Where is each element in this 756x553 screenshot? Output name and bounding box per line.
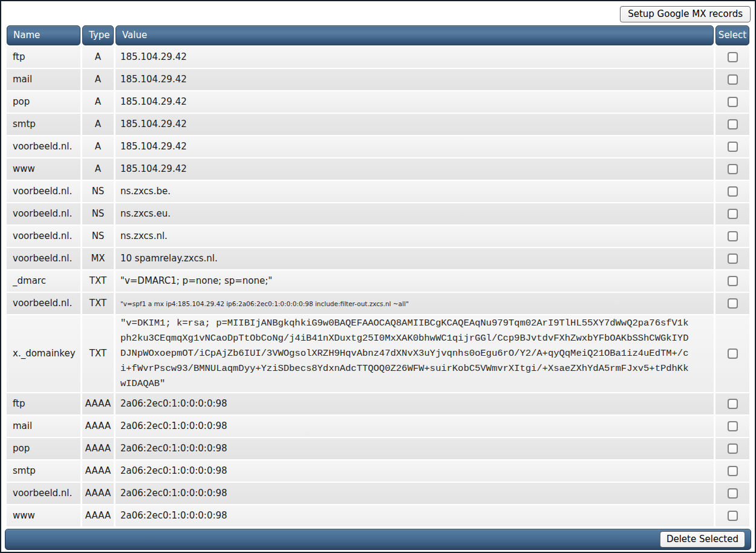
record-value-cell: 185.104.29.42	[116, 69, 714, 90]
table-row: smtpAAAA2a06:2ec0:1:0:0:0:0:98	[7, 460, 749, 482]
footer-action-bar: Delete Selected	[5, 529, 751, 550]
record-name-cell: voorbeeld.nl.	[7, 483, 80, 504]
record-select-cell	[715, 136, 749, 157]
record-value-cell: 185.104.29.42	[116, 159, 714, 180]
record-type-cell: AAAA	[82, 505, 114, 526]
record-value-cell: 2a06:2ec0:1:0:0:0:0:98	[116, 460, 714, 482]
record-value-cell: 185.104.29.42	[116, 47, 714, 68]
table-row: _dmarcTXT"v=DMARC1; p=none; sp=none;"	[7, 270, 749, 292]
record-value-cell: 2a06:2ec0:1:0:0:0:0:98	[116, 483, 714, 504]
record-name-cell: x._domainkey	[7, 315, 80, 392]
record-name-cell: voorbeeld.nl.	[7, 226, 80, 247]
record-name-cell: ftp	[7, 393, 80, 414]
table-row: wwwAAAA2a06:2ec0:1:0:0:0:0:98	[7, 505, 749, 526]
record-value-line: i+fWvrPscw93/BMNULaqmDyy+YziSDbecs8YdxnA…	[120, 361, 709, 376]
column-header-select: Select	[715, 25, 749, 45]
record-select-cell	[715, 393, 749, 414]
record-select-checkbox[interactable]	[728, 348, 738, 359]
record-type-cell: NS	[82, 203, 114, 224]
record-value-cell: ns.zxcs.be.	[116, 181, 714, 202]
record-select-checkbox[interactable]	[728, 466, 738, 476]
setup-google-mx-button[interactable]: Setup Google MX records	[620, 6, 751, 22]
record-select-cell	[715, 315, 749, 392]
table-row: voorbeeld.nl.NSns.zxcs.be.	[7, 181, 749, 202]
table-row: voorbeeld.nl.NSns.zxcs.nl.	[7, 226, 749, 247]
record-value-cell: 185.104.29.42	[116, 114, 714, 135]
record-name-cell: www	[7, 159, 80, 180]
table-row: voorbeeld.nl.TXT"v=spf1 a mx ip4:185.104…	[7, 293, 749, 314]
record-name-cell: pop	[7, 438, 80, 459]
record-select-checkbox[interactable]	[728, 421, 738, 431]
record-select-cell	[715, 483, 749, 504]
record-type-cell: AAAA	[82, 416, 114, 437]
record-select-cell	[715, 203, 749, 224]
record-select-checkbox[interactable]	[728, 209, 738, 219]
record-select-cell	[715, 181, 749, 202]
record-select-checkbox[interactable]	[728, 511, 738, 521]
record-type-cell: A	[82, 47, 114, 68]
record-type-cell: A	[82, 159, 114, 180]
column-header-value: Value	[116, 25, 714, 45]
record-value-cell: 2a06:2ec0:1:0:0:0:0:98	[116, 416, 714, 437]
table-row: popAAAA2a06:2ec0:1:0:0:0:0:98	[7, 438, 749, 459]
record-select-checkbox[interactable]	[728, 74, 738, 85]
record-select-cell	[715, 114, 749, 135]
record-name-cell: _dmarc	[7, 270, 80, 292]
record-name-cell: mail	[7, 416, 80, 437]
table-row: ftpA185.104.29.42	[7, 47, 749, 68]
table-row: mailA185.104.29.42	[7, 69, 749, 90]
record-type-cell: TXT	[82, 315, 114, 392]
record-select-cell	[715, 159, 749, 180]
column-header-type: Type	[82, 25, 114, 45]
table-row: ftpAAAA2a06:2ec0:1:0:0:0:0:98	[7, 393, 749, 414]
record-select-checkbox[interactable]	[728, 443, 738, 454]
record-select-checkbox[interactable]	[728, 164, 738, 174]
table-row: mailAAAA2a06:2ec0:1:0:0:0:0:98	[7, 416, 749, 437]
record-name-cell: voorbeeld.nl.	[7, 203, 80, 224]
column-header-name: Name	[7, 25, 80, 45]
record-name-cell: www	[7, 505, 80, 526]
record-select-checkbox[interactable]	[728, 52, 738, 62]
record-type-cell: NS	[82, 226, 114, 247]
record-select-checkbox[interactable]	[728, 186, 738, 197]
record-select-cell	[715, 438, 749, 459]
record-value-cell: "v=spf1 a mx ip4:185.104.29.42 ip6:2a06:…	[116, 293, 714, 314]
record-select-cell	[715, 270, 749, 292]
record-select-checkbox[interactable]	[728, 97, 738, 107]
record-name-cell: voorbeeld.nl.	[7, 248, 80, 269]
record-name-cell: voorbeeld.nl.	[7, 293, 80, 314]
record-name-cell: voorbeeld.nl.	[7, 136, 80, 157]
record-select-checkbox[interactable]	[728, 231, 738, 241]
record-name-cell: smtp	[7, 114, 80, 135]
record-value-cell: 2a06:2ec0:1:0:0:0:0:98	[116, 393, 714, 414]
record-select-checkbox[interactable]	[728, 142, 738, 152]
record-value-cell: 185.104.29.42	[116, 136, 714, 157]
table-row: popA185.104.29.42	[7, 91, 749, 113]
record-type-cell: A	[82, 91, 114, 113]
delete-selected-button[interactable]: Delete Selected	[660, 531, 745, 548]
record-type-cell: A	[82, 69, 114, 90]
record-value-cell: "v=DMARC1; p=none; sp=none;"	[116, 270, 714, 292]
table-row: voorbeeld.nl.AAAA2a06:2ec0:1:0:0:0:0:98	[7, 483, 749, 504]
record-select-checkbox[interactable]	[728, 119, 738, 129]
record-value-cell: 2a06:2ec0:1:0:0:0:0:98	[116, 505, 714, 526]
record-select-checkbox[interactable]	[728, 488, 738, 499]
table-header-row: Name Type Value Select	[7, 25, 749, 45]
record-select-checkbox[interactable]	[728, 254, 738, 264]
table-body: ftpA185.104.29.42mailA185.104.29.42popA1…	[7, 47, 749, 526]
table-row: voorbeeld.nl.MX10 spamrelay.zxcs.nl.	[7, 248, 749, 269]
record-value-line: wIDAQAB"	[120, 376, 709, 391]
record-type-cell: NS	[82, 181, 114, 202]
record-value-line: ph2ku3CEqmqXg1vNCaoDpTtObCoNg/j4iB41nXDu…	[120, 331, 709, 346]
record-name-cell: voorbeeld.nl.	[7, 181, 80, 202]
record-select-checkbox[interactable]	[728, 276, 738, 286]
table-row: voorbeeld.nl.NSns.zxcs.eu.	[7, 203, 749, 224]
record-select-checkbox[interactable]	[728, 298, 738, 309]
record-type-cell: TXT	[82, 270, 114, 292]
record-name-cell: pop	[7, 91, 80, 113]
record-select-cell	[715, 226, 749, 247]
record-select-checkbox[interactable]	[728, 399, 738, 409]
record-select-cell	[715, 69, 749, 90]
record-type-cell: MX	[82, 248, 114, 269]
record-type-cell: A	[82, 136, 114, 157]
